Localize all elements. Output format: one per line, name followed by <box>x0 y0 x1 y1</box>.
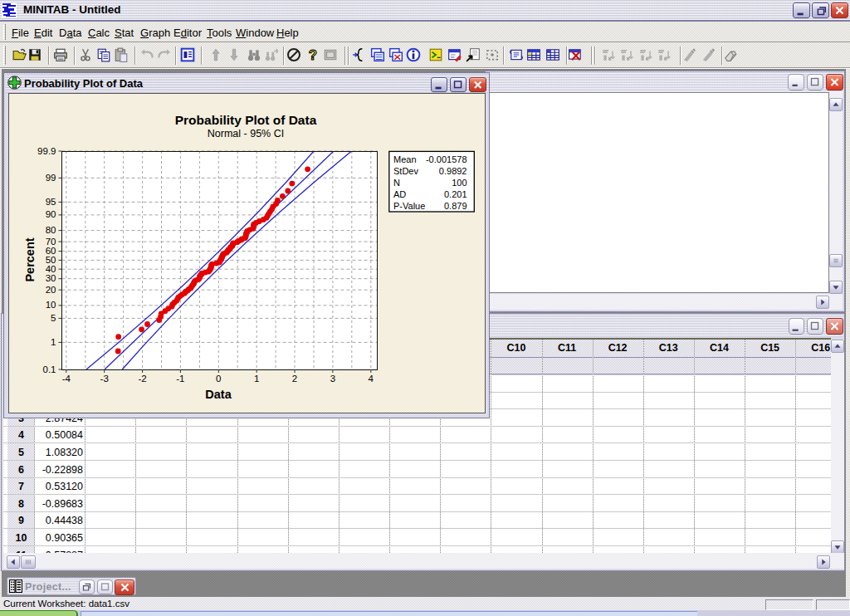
svg-text:Normal - 95% CI: Normal - 95% CI <box>208 128 284 139</box>
svg-text:95: 95 <box>46 197 56 207</box>
svg-text:4: 4 <box>369 374 374 384</box>
svg-text:0.201: 0.201 <box>444 189 467 199</box>
svg-text:90: 90 <box>46 209 56 219</box>
svg-text:P-Value: P-Value <box>393 201 425 211</box>
svg-text:Percent: Percent <box>23 237 37 281</box>
svg-text:0: 0 <box>216 374 221 384</box>
svg-text:-4: -4 <box>62 374 71 384</box>
svg-text:-2: -2 <box>138 374 146 384</box>
svg-text:0.9892: 0.9892 <box>439 166 467 176</box>
svg-text:-3: -3 <box>100 374 109 384</box>
svg-text:Data: Data <box>205 388 232 401</box>
svg-text:0.879: 0.879 <box>444 201 467 211</box>
svg-text:100: 100 <box>452 178 467 188</box>
svg-text:5: 5 <box>51 313 56 323</box>
svg-text:3: 3 <box>330 374 335 384</box>
svg-text:99: 99 <box>46 173 56 183</box>
svg-text:99.9: 99.9 <box>37 146 56 156</box>
svg-text:2: 2 <box>292 374 297 384</box>
svg-text:70: 70 <box>46 237 56 247</box>
svg-text:-0.001578: -0.001578 <box>426 154 467 164</box>
svg-text:0.1: 0.1 <box>43 364 56 374</box>
svg-text:1: 1 <box>254 374 259 384</box>
svg-text:AD: AD <box>393 189 406 199</box>
svg-text:-1: -1 <box>176 374 184 384</box>
svg-text:StDev: StDev <box>393 166 418 176</box>
svg-text:80: 80 <box>46 225 56 235</box>
svg-text:20: 20 <box>46 285 56 295</box>
svg-text:10: 10 <box>46 300 56 310</box>
svg-text:1: 1 <box>51 337 56 347</box>
svg-text:Mean: Mean <box>393 154 417 164</box>
svg-text:N: N <box>393 178 400 188</box>
svg-text:40: 40 <box>46 264 56 274</box>
svg-text:Probability Plot of Data: Probability Plot of Data <box>175 113 317 127</box>
svg-text:?: ? <box>309 47 317 62</box>
svg-text:60: 60 <box>46 246 56 256</box>
svg-text:50: 50 <box>46 255 56 265</box>
svg-text:30: 30 <box>46 273 56 283</box>
